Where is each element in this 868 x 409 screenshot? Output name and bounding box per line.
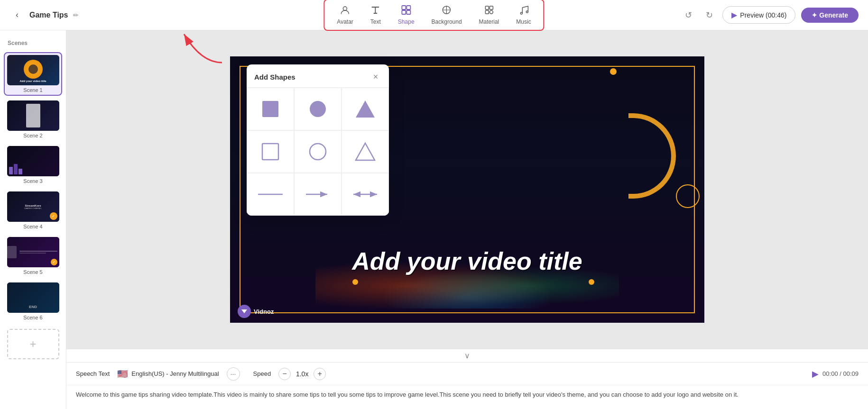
background-icon [442, 5, 452, 18]
right-circle-decoration [676, 184, 700, 208]
generate-button[interactable]: ✦ Generate [801, 8, 859, 23]
scene-item-2[interactable]: Scene 2 [4, 98, 62, 141]
preview-button[interactable]: ▶ Preview (00:46) [722, 6, 795, 24]
top-bar: ‹ Game Tips ✏ Avatar Text [0, 0, 868, 30]
svg-rect-10 [485, 10, 489, 14]
canvas-title[interactable]: Add your video title [352, 247, 582, 275]
music-label: Music [516, 18, 531, 25]
shape-arrow-right[interactable] [294, 173, 342, 216]
undo-button[interactable]: ↺ [681, 8, 696, 23]
speed-increase-button[interactable]: + [314, 368, 326, 380]
toolbar-avatar[interactable]: Avatar [328, 2, 361, 28]
scene-label-3: Scene 3 [23, 178, 42, 184]
more-options-button[interactable]: ··· [227, 367, 240, 381]
shape-filled-circle[interactable] [294, 88, 342, 130]
edit-icon[interactable]: ✏ [73, 11, 79, 19]
shape-icon [401, 5, 411, 18]
speed-value: 1.0x [295, 370, 310, 378]
text-label: Text [370, 18, 381, 25]
svg-rect-2 [406, 6, 410, 9]
svg-rect-9 [489, 6, 493, 9]
scene-thumb-5: ✓ [7, 237, 59, 267]
svg-point-0 [343, 7, 347, 10]
text-icon [370, 5, 381, 18]
svg-point-13 [526, 11, 528, 13]
shape-filled-square[interactable] [247, 88, 294, 130]
svg-point-11 [489, 10, 493, 14]
svg-marker-20 [356, 143, 375, 160]
shapes-grid [247, 88, 389, 216]
svg-rect-15 [262, 101, 278, 117]
project-title: Game Tips [29, 11, 68, 19]
bottom-panel: Speech Text 🇺🇸 English(US) - Jenny Multi… [66, 362, 868, 409]
scenes-header: Scenes [4, 38, 62, 50]
scene-thumb-4: StreamKore GAMING CHANNEL ✓ [7, 191, 59, 222]
svg-rect-4 [406, 10, 410, 14]
collapse-button[interactable]: ∨ [66, 349, 868, 362]
shapes-modal: Add Shapes × [247, 64, 389, 216]
canvas-wrapper: Add your video title Vidnoz [66, 30, 868, 349]
back-button[interactable]: ‹ [9, 8, 25, 23]
bottom-left-dot [352, 279, 358, 285]
scene-thumb-1: Add your video title [7, 55, 59, 85]
speech-text-label: Speech Text [76, 370, 110, 377]
scene-label-4: Scene 4 [23, 224, 42, 229]
arrow-indicator [170, 30, 227, 67]
shape-outline-square[interactable] [247, 130, 294, 173]
time-text: 00:00 / 00:09 [822, 370, 859, 377]
shape-outline-triangle[interactable] [342, 130, 389, 173]
toolbar-shape[interactable]: Shape [389, 2, 423, 28]
shape-line[interactable] [247, 173, 294, 216]
chevron-down-icon: ∨ [464, 351, 470, 360]
scene-item-3[interactable]: Scene 3 [4, 143, 62, 187]
toolbar-background[interactable]: Background [423, 2, 471, 28]
svg-point-19 [310, 144, 326, 160]
speed-label: Speed [253, 370, 271, 377]
language-selector[interactable]: 🇺🇸 English(US) - Jenny Multilingual [117, 369, 219, 379]
modal-title: Add Shapes [254, 73, 295, 81]
avatar-label: Avatar [337, 18, 353, 25]
scene-label-6: Scene 6 [23, 315, 42, 320]
shape-outline-circle[interactable] [294, 130, 342, 173]
speed-controls: − 1.0x + [278, 368, 326, 380]
modal-header: Add Shapes × [247, 64, 389, 88]
toolbar-center: Avatar Text Shape [323, 0, 544, 31]
modal-close-button[interactable]: × [370, 71, 381, 82]
flag-icon: 🇺🇸 [117, 369, 128, 379]
shape-label: Shape [398, 18, 415, 25]
main-content: Scenes Add your video title Scene 1 [0, 30, 868, 409]
vidnoz-logo: Vidnoz [238, 305, 274, 318]
toolbar-material[interactable]: Material [471, 2, 508, 28]
sidebar: Scenes Add your video title Scene 1 [0, 30, 66, 409]
music-icon [518, 5, 529, 18]
scene-label-5: Scene 5 [23, 269, 42, 275]
scene-item-5[interactable]: ✓ Scene 5 [4, 234, 62, 278]
scene-thumb-6: END [7, 282, 59, 313]
scene-item-6[interactable]: END Scene 6 [4, 280, 62, 323]
language-text: English(US) - Jenny Multilingual [131, 370, 219, 377]
play-button[interactable]: ▶ [812, 369, 819, 379]
speed-decrease-button[interactable]: − [278, 368, 291, 380]
material-icon [484, 5, 494, 18]
shape-filled-triangle[interactable] [342, 88, 389, 130]
top-dot [610, 68, 617, 75]
svg-rect-18 [262, 144, 278, 160]
scene-thumb-2 [7, 100, 59, 131]
canvas-area: Add your video title Vidnoz [66, 30, 868, 409]
preview-play-icon: ▶ [731, 10, 737, 19]
scene-1-thumb-text: Add your video title [19, 80, 46, 82]
svg-point-12 [520, 12, 522, 14]
scene-item-1[interactable]: Add your video title Scene 1 [4, 52, 62, 96]
speech-text-content: Welcome to this game tips sharing video … [66, 385, 868, 409]
shape-arrow-double[interactable] [342, 173, 389, 216]
scene-label-2: Scene 2 [23, 133, 42, 138]
scene-item-4[interactable]: StreamKore GAMING CHANNEL ✓ Scene 4 [4, 189, 62, 232]
top-bar-right: ↺ ↻ ▶ Preview (00:46) ✦ Generate [681, 6, 859, 24]
svg-rect-8 [485, 6, 489, 9]
speech-bar: Speech Text 🇺🇸 English(US) - Jenny Multi… [66, 363, 868, 385]
toolbar-text[interactable]: Text [362, 2, 389, 28]
redo-button[interactable]: ↻ [702, 8, 717, 23]
svg-marker-17 [356, 100, 375, 118]
toolbar-music[interactable]: Music [508, 2, 539, 28]
add-scene-button[interactable]: + [7, 329, 59, 359]
